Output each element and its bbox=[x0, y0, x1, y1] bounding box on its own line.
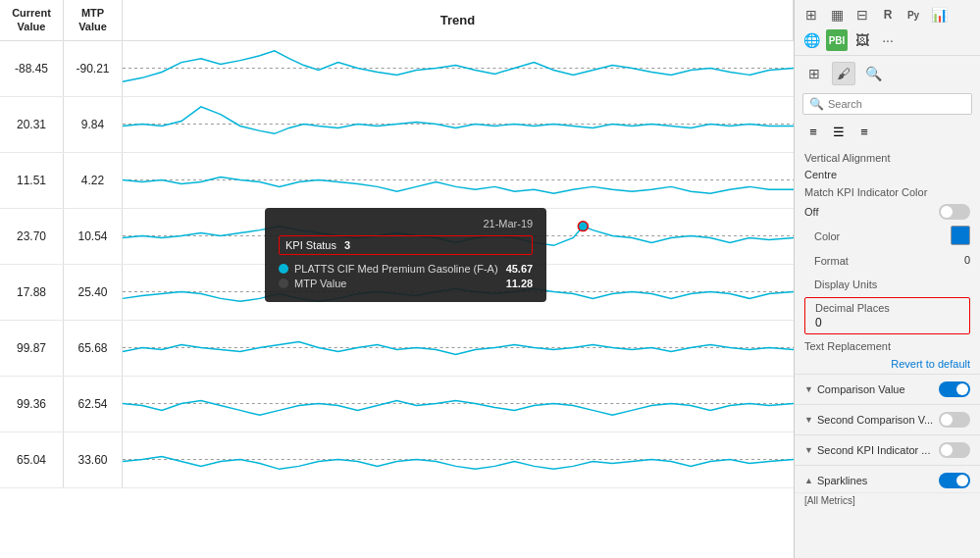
format-paintbrush-icon[interactable]: 🖌 bbox=[832, 62, 855, 85]
r-icon[interactable]: R bbox=[877, 4, 899, 25]
sparklines-group: ▲ Sparklines [All Metrics] bbox=[795, 465, 980, 511]
vertical-alignment-label: Vertical Alignment bbox=[795, 148, 980, 166]
second-kpi-row[interactable]: ▼ Second KPI Indicator ... bbox=[795, 438, 980, 462]
match-kpi-toggle-row[interactable]: Off bbox=[795, 201, 980, 223]
match-kpi-toggle[interactable] bbox=[939, 204, 970, 220]
second-kpi-toggle[interactable] bbox=[939, 442, 970, 458]
revert-link[interactable]: Revert to default bbox=[795, 354, 980, 374]
decimal-places-box: Decimal Places 0 bbox=[804, 297, 970, 334]
match-kpi-label: Match KPI Indicator Color bbox=[804, 186, 927, 198]
table-icon[interactable]: ⊞ bbox=[800, 4, 822, 25]
format-analytics-icon[interactable]: 🔍 bbox=[861, 62, 885, 85]
cell-current-2: 11.51 bbox=[0, 153, 64, 208]
chart-icon[interactable]: 📊 bbox=[928, 4, 950, 25]
cell-current-1: 20.31 bbox=[0, 97, 64, 152]
sparkline-1 bbox=[123, 97, 794, 152]
second-comparison-group: ▼ Second Comparison V... bbox=[795, 404, 980, 434]
comparison-value-label: ▼ Comparison Value bbox=[804, 383, 905, 395]
cell-mtp-2: 4.22 bbox=[64, 153, 123, 208]
table-row: -88.45 -90.21 bbox=[0, 41, 794, 97]
toolbar-row2: ⊞ 🖌 🔍 bbox=[795, 56, 980, 89]
col-trend-label: Trend bbox=[440, 13, 475, 27]
sparkline-2 bbox=[123, 153, 794, 208]
match-kpi-thumb bbox=[941, 206, 953, 218]
second-comparison-thumb bbox=[941, 414, 953, 426]
chevron-up-icon: ▲ bbox=[804, 476, 813, 485]
search-box[interactable]: 🔍 bbox=[802, 93, 972, 115]
display-units-label: Display Units bbox=[804, 275, 887, 292]
table-row: 99.36 62.54 bbox=[0, 377, 794, 432]
right-panel: ⊞ ▦ ⊟ R Py 📊 🌐 PBI 🖼 ··· ⊞ 🖌 🔍 🔍 ≡ ☰ ≡ V… bbox=[795, 0, 980, 558]
format-label: Format bbox=[804, 251, 858, 269]
second-comparison-toggle[interactable] bbox=[939, 412, 970, 428]
cell-mtp-7: 33.60 bbox=[64, 432, 123, 487]
chevron-down-icon: ▼ bbox=[804, 384, 813, 394]
sparklines-row[interactable]: ▲ Sparklines bbox=[795, 469, 980, 492]
color-row: Color bbox=[795, 223, 980, 248]
power-icon[interactable]: PBI bbox=[826, 29, 848, 51]
svg-point-4 bbox=[578, 221, 588, 230]
format-table-icon[interactable]: ⊞ bbox=[802, 62, 826, 85]
table-row: 20.31 9.84 bbox=[0, 97, 794, 153]
col-current-header: Current Value bbox=[0, 0, 64, 40]
color-label: Color bbox=[804, 227, 850, 244]
sparkline-4 bbox=[123, 265, 794, 320]
text-replacement-label: Text Replacement bbox=[795, 338, 980, 354]
align-left-btn[interactable]: ≡ bbox=[802, 121, 824, 142]
search-icon: 🔍 bbox=[809, 97, 824, 111]
sparklines-label: ▲ Sparklines bbox=[804, 475, 867, 486]
second-kpi-thumb bbox=[941, 444, 953, 456]
decimal-places-label: Decimal Places bbox=[815, 302, 959, 314]
more-icon[interactable]: ··· bbox=[877, 29, 899, 51]
comparison-value-group: ▼ Comparison Value bbox=[795, 374, 980, 404]
col-trend-header: Trend bbox=[123, 0, 794, 40]
cell-current-0: -88.45 bbox=[0, 41, 64, 96]
table-row: 99.87 65.68 bbox=[0, 321, 794, 377]
cell-current-5: 99.87 bbox=[0, 321, 64, 376]
comparison-value-row[interactable]: ▼ Comparison Value bbox=[795, 378, 980, 401]
display-units-row: Display Units bbox=[795, 272, 980, 295]
table-row: 23.70 10.54 bbox=[0, 209, 794, 265]
globe-icon[interactable]: 🌐 bbox=[800, 29, 822, 51]
comparison-value-toggle[interactable] bbox=[939, 381, 970, 397]
py-icon[interactable]: Py bbox=[903, 4, 924, 25]
table-row: 11.51 4.22 bbox=[0, 153, 794, 209]
decimal-places-value: 0 bbox=[815, 316, 959, 330]
second-kpi-group: ▼ Second KPI Indicator ... bbox=[795, 434, 980, 465]
cell-current-6: 99.36 bbox=[0, 377, 64, 431]
sparkline-0 bbox=[123, 41, 794, 96]
grid-icon[interactable]: ▦ bbox=[826, 4, 848, 25]
format-row: Format 0 bbox=[795, 248, 980, 272]
vertical-alignment-value-row: Centre bbox=[795, 166, 980, 183]
search-input[interactable] bbox=[828, 98, 965, 110]
matrix-icon[interactable]: ⊟ bbox=[851, 4, 873, 25]
vertical-alignment-value: Centre bbox=[804, 169, 837, 180]
cell-current-7: 65.04 bbox=[0, 432, 64, 487]
col-current-label: Current Value bbox=[12, 6, 51, 34]
chevron-right-icon: ▼ bbox=[804, 415, 813, 425]
chart-rows: -88.45 -90.21 20.31 9.84 11.51 bbox=[0, 41, 794, 558]
cell-mtp-0: -90.21 bbox=[64, 41, 123, 96]
second-comparison-label: ▼ Second Comparison V... bbox=[804, 414, 933, 426]
align-center-btn[interactable]: ☰ bbox=[828, 121, 850, 142]
sparklines-toggle[interactable] bbox=[939, 473, 970, 488]
image-icon[interactable]: 🖼 bbox=[851, 29, 873, 51]
second-comparison-row[interactable]: ▼ Second Comparison V... bbox=[795, 408, 980, 431]
sparkline-7 bbox=[123, 432, 794, 487]
all-metrics-item: [All Metrics] bbox=[795, 492, 980, 508]
sparkline-3 bbox=[123, 209, 794, 264]
table-row: 17.88 25.40 bbox=[0, 265, 794, 321]
cell-mtp-4: 25.40 bbox=[64, 265, 123, 320]
sparkline-5 bbox=[123, 321, 794, 376]
col-mtp-header: MTP Value bbox=[64, 0, 123, 40]
sparklines-thumb bbox=[956, 475, 968, 486]
chart-header: Current Value MTP Value Trend bbox=[0, 0, 794, 41]
cell-mtp-1: 9.84 bbox=[64, 97, 123, 152]
chevron-right-icon-2: ▼ bbox=[804, 445, 813, 455]
sparkline-6 bbox=[123, 377, 794, 431]
toolbar-top: ⊞ ▦ ⊟ R Py 📊 🌐 PBI 🖼 ··· bbox=[795, 0, 980, 56]
color-swatch[interactable] bbox=[951, 226, 970, 245]
align-right-btn[interactable]: ≡ bbox=[853, 121, 875, 142]
cell-current-4: 17.88 bbox=[0, 265, 64, 320]
cell-current-3: 23.70 bbox=[0, 209, 64, 264]
